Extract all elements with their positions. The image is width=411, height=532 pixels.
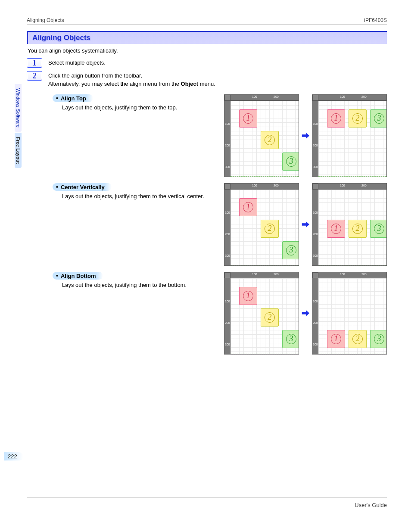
arrow-right-icon [301,220,310,229]
layout-figure: 100 200 100 200 300 1 2 3 [312,94,387,177]
side-tab-current[interactable]: Free Layout [15,133,22,168]
layout-figure: 100 200 100 200 300 1 2 3 [224,272,299,355]
align-option-block: •Align Top Lays out the objects, justify… [53,94,387,177]
align-option-block: •Center Vertically Lays out the objects,… [53,183,387,266]
step-2: 2 Click the align button from the toolba… [27,71,387,88]
page-header: Aligning Objects iPF6400S [27,17,387,25]
model-label: iPF6400S [364,17,387,23]
figure-pair: 100 200 100 200 300 1 2 3 100 200 100 20… [224,272,387,355]
option-title: •Center Vertically [53,183,111,191]
layout-figure: 100 200 100 200 300 1 2 3 [312,272,387,355]
layout-figure: 100 200 100 200 300 1 2 3 [312,183,387,266]
option-title: •Align Bottom [53,272,102,280]
page-number: 222 [4,452,23,460]
layout-figure: 100 200 100 200 300 1 2 3 [224,94,299,177]
align-option-block: •Align Bottom Lays out the objects, just… [53,272,387,355]
arrow-right-icon [301,308,310,318]
step-1: 1 Select multiple objects. [27,58,387,68]
breadcrumb: Aligning Objects [27,17,64,23]
option-desc: Lays out the objects, justifying them to… [62,281,221,289]
side-nav: Windows Software Free Layout [15,84,23,169]
footer-text: User's Guide [355,502,387,508]
step-1-text: Select multiple objects. [48,58,106,67]
step-number-icon: 1 [27,58,42,68]
option-title: •Align Top [53,94,92,102]
side-tab-parent[interactable]: Windows Software [15,84,22,132]
footer-divider [27,498,387,498]
option-desc: Lays out the objects, justifying them to… [62,193,221,200]
step-number-icon: 2 [27,71,42,81]
layout-figure: 100 200 100 200 300 1 2 3 [224,183,299,266]
intro-text: You can align objects systematically. [28,47,387,54]
step-2-text: Click the align button from the toolbar.… [48,71,215,88]
section-title: Aligning Objects Aligning Objects [27,31,387,44]
arrow-right-icon [301,131,310,140]
option-desc: Lays out the objects, justifying them to… [62,104,221,112]
figure-pair: 100 200 100 200 300 1 2 3 100 200 100 20… [224,94,387,177]
figure-pair: 100 200 100 200 300 1 2 3 100 200 100 20… [224,183,387,266]
